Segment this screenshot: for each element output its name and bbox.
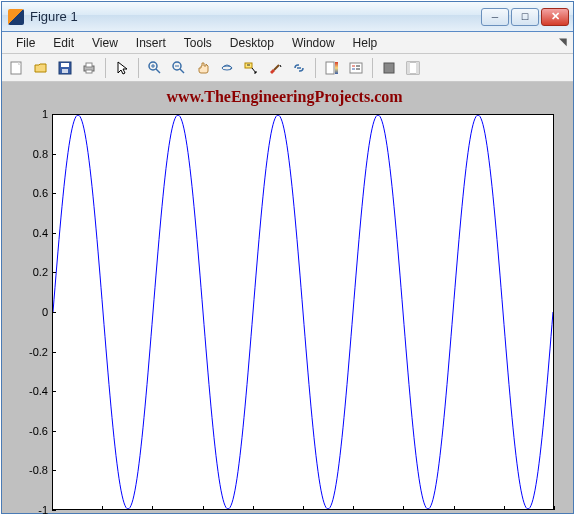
- y-tick-label: -0.4: [12, 385, 48, 397]
- toolbar-separator: [315, 58, 316, 78]
- print-icon[interactable]: [78, 57, 100, 79]
- menubar: File Edit View Insert Tools Desktop Wind…: [2, 32, 573, 54]
- y-tick-label: 0.4: [12, 227, 48, 239]
- open-icon[interactable]: [30, 57, 52, 79]
- y-tick-label: 0.2: [12, 266, 48, 278]
- menu-window[interactable]: Window: [284, 34, 343, 52]
- x-tick-mark: [403, 506, 404, 510]
- x-tick-mark: [152, 506, 153, 510]
- line-plot: [53, 115, 553, 509]
- y-tick-mark: [52, 114, 56, 115]
- svg-rect-20: [350, 63, 362, 73]
- x-tick-mark: [353, 506, 354, 510]
- menu-help[interactable]: Help: [345, 34, 386, 52]
- x-tick-mark: [253, 506, 254, 510]
- x-tick-mark: [504, 506, 505, 510]
- pan-icon[interactable]: [192, 57, 214, 79]
- toolbar-separator: [105, 58, 106, 78]
- show-plot-tools-icon[interactable]: [402, 57, 424, 79]
- axes-container: -1-0.8-0.6-0.4-0.200.20.40.60.8100.10.20…: [52, 114, 554, 510]
- menu-tools[interactable]: Tools: [176, 34, 220, 52]
- menu-desktop[interactable]: Desktop: [222, 34, 282, 52]
- window-title: Figure 1: [30, 9, 481, 24]
- legend-icon[interactable]: [345, 57, 367, 79]
- svg-rect-6: [86, 70, 92, 73]
- y-tick-mark: [52, 391, 56, 392]
- x-tick-mark: [454, 506, 455, 510]
- toolbar-separator: [138, 58, 139, 78]
- menu-edit[interactable]: Edit: [45, 34, 82, 52]
- y-tick-mark: [52, 431, 56, 432]
- y-tick-label: -1: [12, 504, 48, 515]
- y-tick-mark: [52, 193, 56, 194]
- link-icon[interactable]: [288, 57, 310, 79]
- y-tick-label: 1: [12, 108, 48, 120]
- close-button[interactable]: ✕: [541, 8, 569, 26]
- toolbar: [2, 54, 573, 82]
- x-tick-mark: [303, 506, 304, 510]
- svg-rect-18: [326, 62, 334, 74]
- minimize-button[interactable]: ─: [481, 8, 509, 26]
- svg-line-17: [274, 65, 279, 70]
- save-icon[interactable]: [54, 57, 76, 79]
- y-tick-mark: [52, 272, 56, 273]
- hide-plot-tools-icon[interactable]: [378, 57, 400, 79]
- svg-rect-2: [61, 63, 69, 67]
- menu-insert[interactable]: Insert: [128, 34, 174, 52]
- figure-window: Figure 1 ─ ☐ ✕ File Edit View Insert Too…: [1, 1, 574, 514]
- toolbar-separator: [372, 58, 373, 78]
- data-cursor-icon[interactable]: [240, 57, 262, 79]
- dock-handle-icon[interactable]: ◥: [559, 36, 567, 47]
- svg-rect-19: [335, 62, 338, 74]
- y-tick-label: -0.8: [12, 464, 48, 476]
- svg-rect-28: [416, 62, 419, 74]
- y-tick-mark: [52, 352, 56, 353]
- svg-line-8: [156, 69, 160, 73]
- window-controls: ─ ☐ ✕: [481, 8, 569, 26]
- maximize-button[interactable]: ☐: [511, 8, 539, 26]
- axes[interactable]: [52, 114, 554, 510]
- y-tick-mark: [52, 233, 56, 234]
- new-figure-icon[interactable]: [6, 57, 28, 79]
- x-tick-mark: [554, 506, 555, 510]
- y-tick-label: 0: [12, 306, 48, 318]
- rotate-3d-icon[interactable]: [216, 57, 238, 79]
- colorbar-icon[interactable]: [321, 57, 343, 79]
- x-tick-mark: [52, 506, 53, 510]
- y-tick-mark: [52, 154, 56, 155]
- y-tick-mark: [52, 510, 56, 511]
- svg-rect-27: [407, 62, 410, 74]
- y-tick-mark: [52, 312, 56, 313]
- chart-title: www.TheEngineeringProjects.com: [6, 88, 563, 106]
- x-tick-mark: [102, 506, 103, 510]
- matlab-icon: [8, 9, 24, 25]
- zoom-in-icon[interactable]: [144, 57, 166, 79]
- y-tick-label: 0.6: [12, 187, 48, 199]
- y-tick-mark: [52, 470, 56, 471]
- svg-rect-25: [384, 63, 394, 73]
- svg-rect-5: [86, 63, 92, 67]
- menu-view[interactable]: View: [84, 34, 126, 52]
- brush-icon[interactable]: [264, 57, 286, 79]
- figure-area: www.TheEngineeringProjects.com -1-0.8-0.…: [2, 82, 573, 513]
- zoom-out-icon[interactable]: [168, 57, 190, 79]
- svg-line-12: [180, 69, 184, 73]
- pointer-icon[interactable]: [111, 57, 133, 79]
- titlebar: Figure 1 ─ ☐ ✕: [2, 2, 573, 32]
- y-tick-label: 0.8: [12, 148, 48, 160]
- menu-file[interactable]: File: [8, 34, 43, 52]
- svg-rect-3: [62, 69, 68, 73]
- y-tick-label: -0.6: [12, 425, 48, 437]
- x-tick-mark: [203, 506, 204, 510]
- y-tick-label: -0.2: [12, 346, 48, 358]
